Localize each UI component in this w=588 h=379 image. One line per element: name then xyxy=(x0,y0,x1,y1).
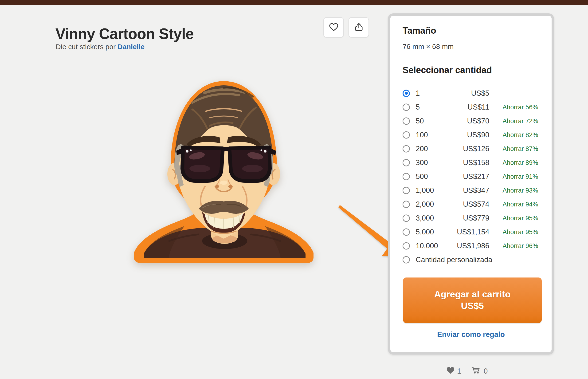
quantity-option-row[interactable]: 1 US$5 xyxy=(390,86,552,100)
quantity-price: US$70 xyxy=(467,117,489,125)
radio-button[interactable] xyxy=(403,131,410,139)
quantity-option-row[interactable]: 50 US$70 Ahorrar 72% xyxy=(390,114,552,128)
quantity-label: 10,000 xyxy=(416,242,438,250)
quantity-heading: Seleccionar cantidad xyxy=(403,65,492,75)
quantity-label: 100 xyxy=(416,131,428,139)
likes-counter[interactable]: 1 xyxy=(447,367,461,376)
purchase-panel: Tamaño 76 mm × 68 mm Seleccionar cantida… xyxy=(388,13,554,355)
size-value: 76 mm × 68 mm xyxy=(403,43,454,50)
radio-button[interactable] xyxy=(403,187,410,194)
quantity-option-row[interactable]: 5,000 US$1,154 Ahorrar 95% xyxy=(390,225,552,239)
radio-button[interactable] xyxy=(403,117,410,125)
radio-button[interactable] xyxy=(403,242,410,250)
radio-button[interactable] xyxy=(403,214,410,222)
quantity-price: US$90 xyxy=(467,131,489,139)
quantity-price: US$217 xyxy=(463,172,489,181)
quantity-label: 50 xyxy=(416,117,424,125)
quantity-savings: Ahorrar 89% xyxy=(502,159,538,166)
product-subtitle: Die cut stickers porDanielle xyxy=(56,43,145,51)
quantity-option-row[interactable]: 3,000 US$779 Ahorrar 95% xyxy=(390,211,552,225)
add-to-cart-button[interactable]: Agregar al carrito US$5 xyxy=(403,277,542,323)
quantity-label: 5 xyxy=(416,103,420,111)
likes-count: 1 xyxy=(457,367,461,376)
quantity-savings: Ahorrar 94% xyxy=(502,201,538,208)
top-navigation-bar xyxy=(0,0,588,5)
cart-counter[interactable]: 0 xyxy=(471,366,488,376)
add-to-cart-price: US$5 xyxy=(461,301,484,311)
quantity-label: 3,000 xyxy=(416,214,434,222)
quantity-label: 300 xyxy=(416,158,428,167)
favorite-button[interactable] xyxy=(323,17,344,38)
quantity-savings: Ahorrar 95% xyxy=(502,228,538,236)
quantity-price: US$779 xyxy=(463,214,489,222)
quantity-label: 1 xyxy=(416,89,420,97)
quantity-option-row[interactable]: 5 US$11 Ahorrar 56% xyxy=(390,100,552,114)
quantity-label: 500 xyxy=(416,172,428,181)
product-image-sticker xyxy=(122,76,329,266)
radio-button[interactable] xyxy=(403,201,410,208)
size-heading: Tamaño xyxy=(403,26,436,36)
radio-button[interactable] xyxy=(403,103,410,111)
quantity-savings: Ahorrar 87% xyxy=(502,145,538,152)
quantity-price: US$347 xyxy=(463,186,489,195)
quantity-savings: Ahorrar 95% xyxy=(502,214,538,222)
radio-button[interactable] xyxy=(403,90,410,97)
heart-outline-icon xyxy=(329,22,339,33)
quantity-label: 1,000 xyxy=(416,186,434,195)
heart-filled-icon xyxy=(447,367,454,376)
quantity-option-row[interactable]: 100 US$90 Ahorrar 82% xyxy=(390,128,552,142)
quantity-option-row[interactable]: 2,000 US$574 Ahorrar 94% xyxy=(390,197,552,211)
quantity-option-row[interactable]: 1,000 US$347 Ahorrar 93% xyxy=(390,183,552,197)
subtitle-text: Die cut stickers por xyxy=(56,43,116,50)
quantity-option-row[interactable]: 200 US$126 Ahorrar 87% xyxy=(390,142,552,156)
quantity-savings: Ahorrar 72% xyxy=(502,117,538,125)
radio-button[interactable] xyxy=(403,145,410,152)
quantity-price: US$1,154 xyxy=(457,228,489,236)
quantity-price: US$126 xyxy=(463,145,489,153)
quantity-option-row[interactable]: Cantidad personalizada xyxy=(390,253,552,267)
quantity-label: 5,000 xyxy=(416,228,434,236)
quantity-savings: Ahorrar 91% xyxy=(502,173,538,180)
add-to-cart-label: Agregar al carrito xyxy=(434,289,511,299)
shopping-cart-icon xyxy=(471,366,481,376)
quantity-price: US$5 xyxy=(471,89,489,97)
radio-button[interactable] xyxy=(403,159,410,166)
quantity-option-row[interactable]: 10,000 US$1,986 Ahorrar 96% xyxy=(390,239,552,253)
quantity-price: US$11 xyxy=(468,103,490,111)
quantity-label: 2,000 xyxy=(416,200,434,208)
quantity-price: US$1,986 xyxy=(457,242,489,250)
radio-button[interactable] xyxy=(403,256,410,263)
quantity-option-row[interactable]: 500 US$217 Ahorrar 91% xyxy=(390,170,552,183)
share-button[interactable] xyxy=(348,17,369,38)
share-up-arrow-icon xyxy=(354,22,364,33)
quantity-price: US$158 xyxy=(463,158,489,167)
page-title: Vinny Cartoon Style xyxy=(56,25,194,43)
quantity-option-row[interactable]: 300 US$158 Ahorrar 89% xyxy=(390,156,552,170)
quantity-label: Cantidad personalizada xyxy=(416,255,492,264)
radio-button[interactable] xyxy=(403,173,410,180)
quantity-savings: Ahorrar 82% xyxy=(502,131,538,139)
quantity-price: US$574 xyxy=(463,200,489,208)
quantity-option-list: 1 US$5 5 US$11 Ahorrar 56% 50 US$70 Ahor… xyxy=(390,86,552,267)
cart-count: 0 xyxy=(484,367,488,376)
quantity-label: 200 xyxy=(416,145,428,153)
send-as-gift-link[interactable]: Enviar como regalo xyxy=(390,330,552,339)
quantity-savings: Ahorrar 93% xyxy=(502,187,538,194)
product-page: Vinny Cartoon Style Die cut stickers por… xyxy=(0,0,588,379)
radio-button[interactable] xyxy=(403,228,410,236)
author-link[interactable]: Danielle xyxy=(118,43,145,50)
quantity-savings: Ahorrar 56% xyxy=(502,103,538,111)
quantity-savings: Ahorrar 96% xyxy=(502,242,538,250)
